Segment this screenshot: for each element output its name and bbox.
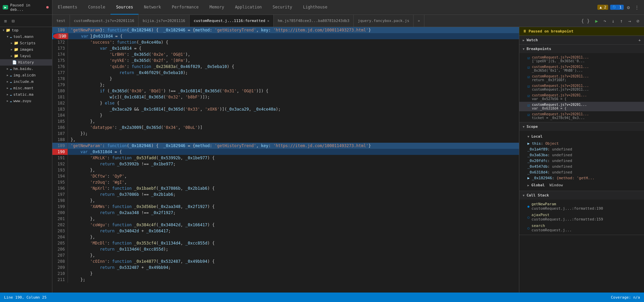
code-line-177: 177 return _0x46f029(_0x5eba10); <box>52 70 519 76</box>
callstack-item-1[interactable]: ● getNewParam customRequest.j...:formatt… <box>519 201 644 212</box>
nav-back-icon[interactable]: ≡ <box>3 18 8 24</box>
settings-icon[interactable]: ⚙ <box>626 4 631 11</box>
tab-application[interactable]: Application <box>229 0 267 15</box>
step-into-icon[interactable]: ↓ <box>610 18 616 24</box>
file-tab-bijia[interactable]: bijia.js?v=20201116 <box>139 15 190 27</box>
code-content: return _0x53992b !== _0x1be977; <box>68 161 519 167</box>
code-content: } <box>68 76 519 82</box>
breakpoint-item-1[interactable]: ☑ customRequest.js?v=202011... ['ipeUV']… <box>519 54 644 64</box>
scope-header[interactable]: ▼ Scope <box>519 122 644 131</box>
resume-icon[interactable]: ▶ <box>594 18 599 24</box>
code-content: 'LrBHV': _0x365d('0x2e', 'OG@1'), <box>68 51 519 57</box>
sidebar-item-layui[interactable]: ▶ 📁 layui <box>0 53 52 59</box>
file-tab-hm[interactable]: hm.js?85f48cee3...ba80781b243db3 <box>274 15 354 27</box>
line-number: 188 <box>52 137 68 143</box>
top-tabs: Elements Console Sources Network Perform… <box>52 0 594 15</box>
code-line-197: 197 return _0x37086b !== _0x2b1ab6; <box>52 191 519 198</box>
sidebar-item-misc[interactable]: ▶ ☁ misc.mant <box>0 85 52 91</box>
file-tab-customrequest[interactable]: customRequest.js?v=20201116 <box>70 15 139 27</box>
checkbox-icon[interactable]: ☑ <box>527 84 530 89</box>
checkbox-icon[interactable]: ☑ <box>527 112 530 117</box>
breakpoint-item-6-active[interactable]: ☑ customRequest.js?v=20201... var _0x631… <box>519 102 644 111</box>
sidebar-item-images[interactable]: ▶ 📁 images <box>0 46 52 53</box>
scope-section: ▼ Scope ▼ Local ▶ this: Object _0x1a4f89… <box>519 122 644 191</box>
line-number: 195 <box>52 179 68 185</box>
local-expand-icon: ▼ <box>527 135 529 138</box>
expand-icon: ▶ <box>11 48 13 51</box>
line-number: 176 <box>52 64 68 70</box>
tab-network[interactable]: Network <box>139 0 167 15</box>
breakpoint-item-4[interactable]: ☑ customRequest.js?v=202011... customReq… <box>519 83 644 92</box>
breakpoints-section: ▼ Breakpoints ☑ customRequest.js?v=20201… <box>519 45 644 122</box>
close-tab-icon[interactable]: ✕ <box>267 19 269 23</box>
code-content: }, <box>68 252 519 258</box>
cs-name: getNewParam <box>531 202 603 206</box>
status-left: Line 190, Column 25 <box>4 295 47 300</box>
checkbox-icon[interactable]: ☑ <box>527 103 530 108</box>
code-editor[interactable]: 189 'getNewParam': function(_0x182946) {… <box>52 27 519 293</box>
sidebar-item-imgalicdn[interactable]: ▶ ☁ img.alicdn <box>0 72 52 78</box>
coverage-status: Coverage: n/a <box>611 295 640 300</box>
tab-console[interactable]: Console <box>83 0 111 15</box>
code-line-189b: 189 'getNewParam': function(_0x182946) {… <box>52 143 519 149</box>
top-bar: ▶ Paused in deb... ⏺ Elements Console So… <box>0 0 644 15</box>
breakpoints-header[interactable]: ▼ Breakpoints <box>519 45 644 53</box>
line-number: 202 <box>52 222 68 228</box>
file-tab-more[interactable]: » <box>414 15 424 27</box>
scope-global-header[interactable]: ▶ Global Window <box>519 181 644 189</box>
code-line-209: 209 return _0x532487 + _0x49bb94; <box>52 264 519 271</box>
expand-icon: ▶ <box>7 99 8 102</box>
sidebar-item-www[interactable]: ▶ ☁ www.zuyu <box>0 98 52 104</box>
file-tab-customrequest-formatted[interactable]: customRequest.j...1116:formatted ✕ <box>190 15 274 27</box>
step-over-icon[interactable]: ↷ <box>602 18 608 24</box>
sidebar-item-hm[interactable]: ▶ ☁ hm.baidu. <box>0 66 52 72</box>
checkbox-icon[interactable]: ☑ <box>527 65 530 70</box>
checkbox-icon[interactable]: ☑ <box>527 55 530 60</box>
info-badge[interactable]: 🔵 1 <box>610 5 623 10</box>
cloud-icon: ☁ <box>10 86 12 90</box>
more-icon[interactable]: ⋮ <box>633 4 641 11</box>
breakpoint-item-5[interactable]: ☑ customRequest.js?v=20201... var _0x527… <box>519 92 644 102</box>
callstack-item-3[interactable]: ○ search customRequest.j... <box>519 223 644 233</box>
tab-performance[interactable]: Performance <box>167 0 204 15</box>
sidebar-item-include[interactable]: ▶ ☁ include.m <box>0 78 52 85</box>
sidebar-item-static[interactable]: ▶ ☁ static.ma <box>0 91 52 98</box>
watch-add-icon[interactable]: + <box>638 38 641 42</box>
scope-local-header[interactable]: ▼ Local <box>519 132 644 141</box>
line-number: 196 <box>52 185 68 191</box>
tab-security[interactable]: Security <box>267 0 298 15</box>
watch-section-header[interactable]: ▶ Watch + <box>519 36 644 44</box>
checkbox-icon[interactable]: ☑ <box>527 74 530 79</box>
callstack-item-2[interactable]: ○ ajaxPost customRequest.j...:formatted:… <box>519 212 644 223</box>
sidebar-item-top[interactable]: ▼ 📁 top <box>0 27 52 33</box>
deactivate-icon[interactable]: ⊘ <box>635 18 641 24</box>
sidebar-item-history[interactable]: 📄 History <box>0 59 52 66</box>
callstack-header[interactable]: ▼ Call Stack <box>519 191 644 200</box>
step-out-icon[interactable]: ↑ <box>619 18 624 24</box>
format-icon[interactable]: { } <box>580 18 591 24</box>
step-icon[interactable]: → <box>627 18 632 24</box>
file-tab-fancybox[interactable]: jquery.fancybox.pack.js <box>354 15 414 27</box>
line-number: 171 <box>52 33 68 39</box>
line-number-190b: 190 <box>52 149 68 155</box>
watch-expand-icon: ▶ <box>523 39 524 42</box>
sidebar-item-scripts[interactable]: ▶ 📁 Scripts <box>0 40 52 46</box>
breakpoint-item-7[interactable]: ☑ customRequest.js?v=202011... ticket = … <box>519 111 644 121</box>
tab-memory[interactable]: Memory <box>204 0 229 15</box>
checkbox-icon[interactable]: ☑ <box>527 93 530 98</box>
tab-lighthouse[interactable]: Lighthouse <box>298 0 333 15</box>
breakpoint-item-3[interactable]: ☑ customRequest.js?v=202011... return _0… <box>519 73 644 83</box>
tab-sources[interactable]: Sources <box>110 0 139 15</box>
record-icon[interactable]: ⏺ <box>46 5 49 9</box>
code-line-192: 192 return _0x53992b !== _0x1be977; <box>52 161 519 167</box>
breakpoint-item-2[interactable]: ☑ customRequest.js?v=202011... _0x365d('… <box>519 64 644 73</box>
split-icon[interactable]: ⊟ <box>10 18 16 24</box>
sidebar-item-tool[interactable]: ▼ ☁ tool.mann <box>0 33 52 40</box>
cloud-icon: ☁ <box>10 99 12 103</box>
warning-badge[interactable]: ▲ 2 <box>597 5 608 10</box>
line-number: 209 <box>52 264 68 271</box>
file-tab-test[interactable]: test <box>52 15 70 27</box>
tab-elements[interactable]: Elements <box>52 0 83 15</box>
code-line-188: 188 }, <box>52 137 519 143</box>
line-number: 192 <box>52 161 68 167</box>
